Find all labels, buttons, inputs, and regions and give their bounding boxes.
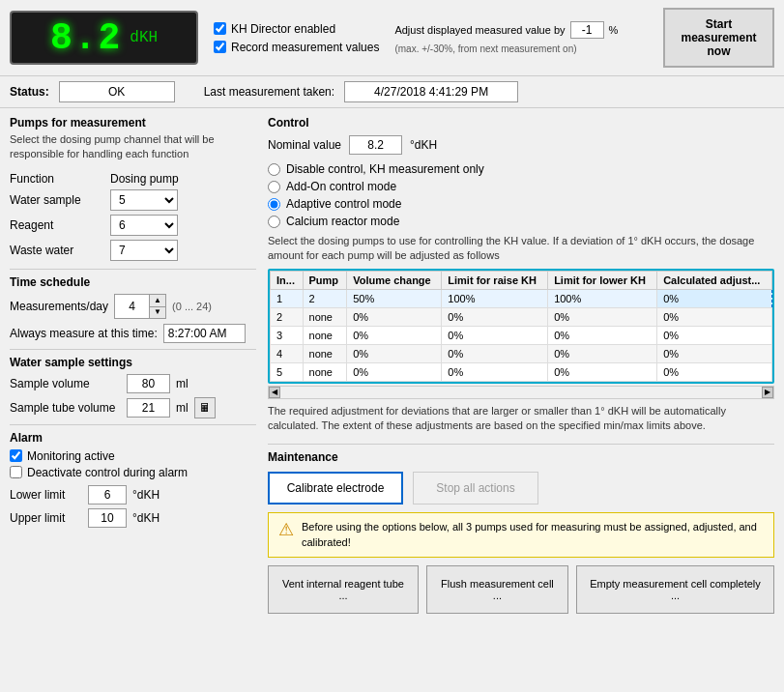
- waste-water-select[interactable]: 7: [110, 240, 178, 261]
- always-meas-input[interactable]: [163, 324, 246, 343]
- calibrate-electrode-button[interactable]: Calibrate electrode: [268, 472, 403, 505]
- function-col-header: Function: [10, 170, 106, 187]
- maint-top-buttons: Calibrate electrode Stop all actions: [268, 472, 774, 505]
- meas-per-day-up[interactable]: ▲: [150, 295, 165, 306]
- last-meas-label: Last measurement taken:: [204, 85, 334, 99]
- table-cell[interactable]: 0%: [657, 362, 772, 381]
- table-cell[interactable]: none: [303, 362, 347, 381]
- flush-cell-button[interactable]: Flush measurement cell ...: [426, 565, 568, 614]
- table-cell: 1: [271, 289, 304, 307]
- upper-limit-label: Upper limit: [10, 511, 82, 525]
- water-sample-title: Water sample settings: [10, 356, 256, 369]
- status-value: OK: [59, 81, 175, 102]
- table-cell[interactable]: 0%: [657, 289, 772, 307]
- record-meas-checkbox[interactable]: [214, 41, 226, 53]
- nominal-input[interactable]: [349, 135, 402, 155]
- display-unit: dKH: [130, 29, 158, 46]
- table-cell[interactable]: 0%: [548, 326, 657, 344]
- table-cell: 2: [271, 307, 304, 326]
- radio-addon-label: Add-On control mode: [286, 180, 396, 193]
- adjust-note: (max. +/-30%, from next measurement on): [394, 43, 576, 54]
- sample-volume-unit: ml: [176, 377, 189, 390]
- table-cell[interactable]: 2: [303, 289, 347, 307]
- pump-grid-table: In... Pump Volume change Limit for raise…: [270, 271, 772, 382]
- table-cell[interactable]: none: [303, 344, 347, 362]
- empty-cell-button[interactable]: Empty measurement cell completely ...: [576, 565, 774, 614]
- sample-volume-input[interactable]: [127, 374, 170, 393]
- table-cell[interactable]: 0%: [442, 362, 548, 381]
- radio-disable-input[interactable]: [268, 163, 280, 176]
- waste-water-label: Waste water: [10, 238, 106, 263]
- table-cell[interactable]: 0%: [347, 326, 442, 344]
- grid-note: The required adjustment for deviations t…: [268, 404, 774, 434]
- right-panel: Control Nominal value °dKH Disable contr…: [268, 116, 774, 614]
- main-content: Pumps for measurement Select the dosing …: [0, 108, 784, 621]
- control-title: Control: [268, 116, 774, 130]
- table-cell[interactable]: 0%: [657, 326, 772, 344]
- radio-calcium-input[interactable]: [268, 216, 280, 228]
- table-cell[interactable]: 50%: [347, 289, 442, 307]
- radio-adaptive-input[interactable]: [268, 198, 280, 211]
- display-box: 8.2 dKH: [10, 11, 198, 65]
- always-meas-row: Always measure at this time:: [10, 324, 256, 343]
- table-cell[interactable]: 0%: [442, 326, 548, 344]
- adjust-input[interactable]: [570, 21, 604, 39]
- deactivate-row: Deactivate control during alarm: [10, 466, 256, 479]
- reagent-select[interactable]: 6: [110, 215, 178, 236]
- warning-icon: ⚠: [278, 519, 294, 540]
- table-cell[interactable]: 0%: [657, 307, 772, 326]
- scroll-bar[interactable]: ◀ ▶: [268, 386, 774, 399]
- adjust-unit: %: [609, 24, 619, 36]
- table-cell[interactable]: 0%: [548, 307, 657, 326]
- start-measurement-button[interactable]: Start measurement now: [663, 8, 774, 68]
- table-cell[interactable]: 0%: [442, 307, 548, 326]
- water-sample-section: Water sample settings Sample volume ml S…: [10, 356, 256, 418]
- kh-director-row: KH Director enabled: [214, 22, 379, 36]
- table-cell[interactable]: 100%: [442, 289, 548, 307]
- warning-text: Before using the options below, all 3 pu…: [302, 519, 764, 551]
- lower-limit-input[interactable]: [88, 485, 127, 505]
- radio-addon-input[interactable]: [268, 181, 280, 193]
- divider-3: [10, 424, 256, 425]
- display-value: 8.2: [50, 17, 122, 59]
- last-meas-value: 4/27/2018 4:41:29 PM: [344, 81, 518, 102]
- table-cell[interactable]: 0%: [442, 344, 548, 362]
- table-cell[interactable]: 100%: [548, 289, 657, 307]
- radio-calcium-label: Calcium reactor mode: [286, 215, 399, 228]
- pumps-section: Pumps for measurement Select the dosing …: [10, 116, 256, 263]
- table-cell[interactable]: 0%: [347, 362, 442, 381]
- table-cell[interactable]: 0%: [657, 344, 772, 362]
- calc-icon-btn[interactable]: 🖩: [194, 397, 216, 418]
- table-cell[interactable]: 0%: [347, 344, 442, 362]
- adjust-label: Adjust displayed measured value by: [394, 24, 565, 36]
- deactivate-label: Deactivate control during alarm: [27, 466, 188, 479]
- table-cell[interactable]: 0%: [347, 307, 442, 326]
- scroll-left-arrow[interactable]: ◀: [269, 387, 280, 398]
- stop-all-actions-button[interactable]: Stop all actions: [413, 472, 538, 505]
- meas-per-day-spinner[interactable]: ▲ ▼: [114, 294, 166, 319]
- table-cell[interactable]: none: [303, 307, 347, 326]
- pump-desc: Select the dosing pumps to use for contr…: [268, 234, 774, 264]
- col-limit-raise: Limit for raise KH: [442, 271, 548, 289]
- table-cell[interactable]: none: [303, 326, 347, 344]
- table-cell[interactable]: 0%: [548, 344, 657, 362]
- water-sample-select[interactable]: 5: [110, 189, 178, 211]
- divider-maint: [268, 444, 774, 445]
- vent-tube-button[interactable]: Vent internal reagent tube ...: [268, 565, 419, 614]
- maintenance-section: Maintenance Calibrate electrode Stop all…: [268, 450, 774, 614]
- deactivate-checkbox[interactable]: [10, 466, 22, 478]
- meas-per-day-down[interactable]: ▼: [150, 306, 165, 318]
- upper-limit-input[interactable]: [88, 508, 127, 528]
- monitoring-checkbox[interactable]: [10, 449, 22, 462]
- radio-disable-label: Disable control, KH measurement only: [286, 162, 484, 176]
- table-cell[interactable]: 0%: [548, 362, 657, 381]
- col-calc-adj: Calculated adjust...: [657, 271, 772, 289]
- pump-grid-scroll[interactable]: In... Pump Volume change Limit for raise…: [268, 269, 774, 384]
- kh-director-checkbox[interactable]: [214, 22, 226, 35]
- scroll-right-arrow[interactable]: ▶: [762, 387, 773, 398]
- nominal-unit: °dKH: [410, 138, 437, 152]
- meas-per-day-input[interactable]: [115, 295, 149, 318]
- tube-volume-input[interactable]: [127, 398, 170, 418]
- action-buttons: Vent internal reagent tube ... Flush mea…: [268, 565, 774, 614]
- radio-adaptive: Adaptive control mode: [268, 197, 774, 211]
